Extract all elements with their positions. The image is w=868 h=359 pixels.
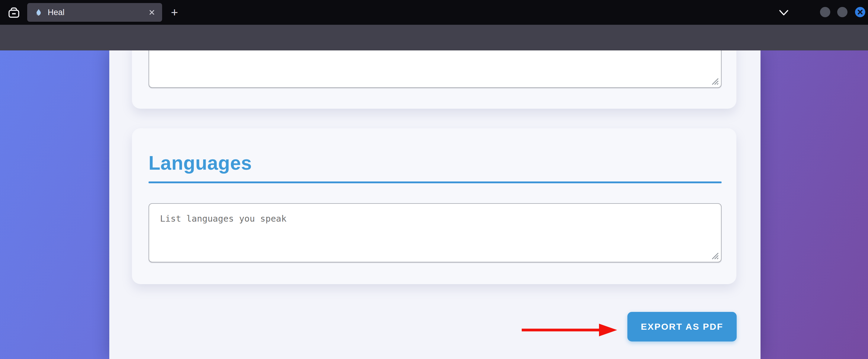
export-pdf-button[interactable]: EXPORT AS PDF: [627, 312, 737, 341]
top-section-textarea[interactable]: [149, 51, 721, 87]
resume-form-container: Languages EXPORT AS PDF: [109, 51, 761, 359]
firefox-view-button[interactable]: [7, 6, 21, 19]
site-favicon: [34, 8, 42, 16]
languages-textarea[interactable]: [149, 204, 721, 262]
tab-close-button[interactable]: [147, 7, 157, 18]
tab-bar: Heal +: [0, 0, 868, 25]
list-all-tabs-button[interactable]: [777, 6, 791, 19]
resize-grip-icon[interactable]: [709, 250, 719, 260]
firefox-view-icon: [8, 7, 20, 18]
tab-title: Heal: [48, 8, 147, 17]
top-textarea-wrap: [149, 51, 721, 88]
section-card-languages: Languages: [132, 128, 736, 284]
plus-icon: +: [171, 6, 178, 19]
resize-grip-icon[interactable]: [709, 76, 719, 86]
section-title-underline: [149, 181, 721, 183]
window-maximize-button[interactable]: [837, 7, 847, 17]
chevron-down-icon: [778, 9, 789, 16]
page-viewport: Languages EXPORT AS PDF: [0, 51, 868, 359]
section-title: Languages: [149, 152, 252, 174]
close-icon: [149, 9, 155, 16]
navigation-toolbar: ← → heal.htb/resume ☆: [0, 25, 868, 51]
close-icon: [858, 9, 863, 15]
new-tab-button[interactable]: +: [168, 5, 181, 19]
annotation-arrow-icon: [519, 321, 621, 339]
window-close-button[interactable]: [855, 7, 865, 17]
browser-tab[interactable]: Heal: [27, 3, 162, 22]
languages-textarea-wrap: [149, 203, 721, 262]
window-minimize-button[interactable]: [820, 7, 830, 17]
